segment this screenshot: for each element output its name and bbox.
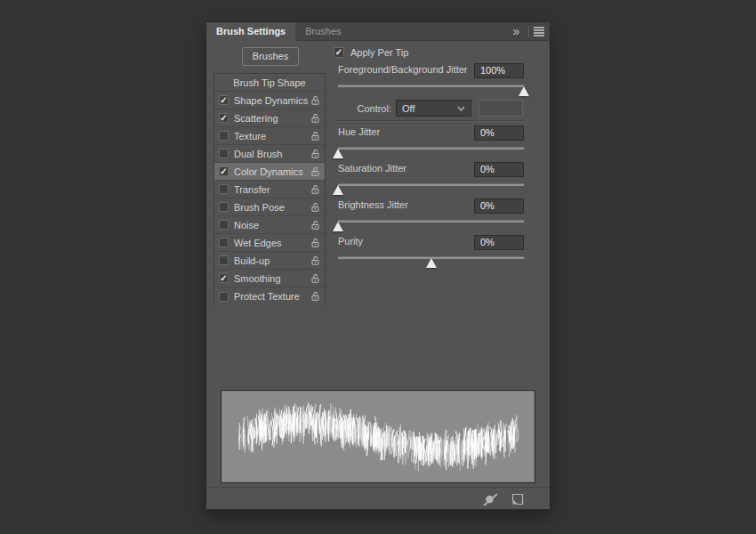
- check-icon: ✓: [220, 114, 227, 123]
- list-item-brush-tip-shape[interactable]: Brush Tip Shape: [214, 74, 325, 92]
- saturation-jitter-value[interactable]: 0%: [474, 162, 524, 177]
- saturation-jitter-slider[interactable]: [338, 182, 524, 197]
- list-item-label: Texture: [234, 131, 266, 142]
- slider-track: [338, 147, 524, 150]
- hue-jitter-value[interactable]: 0%: [474, 125, 524, 141]
- color-dynamics-checkbox[interactable]: ✓: [219, 166, 229, 176]
- collapse-panel-icon[interactable]: »: [507, 23, 525, 40]
- unlock-icon[interactable]: [310, 149, 320, 159]
- section-divider: [335, 120, 525, 122]
- slider-track: [338, 183, 524, 186]
- hue-jitter-label: Hue Jitter: [338, 126, 380, 137]
- brush-stroke-preview-box: [221, 390, 535, 483]
- list-item-brush-pose[interactable]: ✓ Brush Pose: [214, 198, 325, 216]
- wet-edges-checkbox[interactable]: ✓: [219, 238, 229, 247]
- unlock-icon[interactable]: [310, 184, 320, 195]
- shape-dynamics-checkbox[interactable]: ✓: [219, 95, 229, 105]
- tab-brushes[interactable]: Brushes: [295, 22, 350, 41]
- brush-pose-checkbox[interactable]: ✓: [219, 202, 229, 212]
- check-icon: ✓: [335, 48, 342, 57]
- panel-footer: [206, 487, 550, 509]
- slider-track: [338, 85, 524, 87]
- slider-track: [338, 220, 524, 222]
- list-item-smoothing[interactable]: ✓ Smoothing: [214, 270, 325, 287]
- panel-tab-bar: Brush Settings Brushes »: [206, 22, 550, 41]
- slider-handle[interactable]: [333, 149, 343, 158]
- slider-handle[interactable]: [426, 258, 437, 268]
- check-icon: ✓: [220, 167, 227, 176]
- list-item-texture[interactable]: ✓ Texture: [214, 127, 325, 145]
- list-item-label: Noise: [234, 220, 259, 231]
- tab-brush-settings[interactable]: Brush Settings: [206, 22, 295, 41]
- slider-handle[interactable]: [333, 185, 343, 195]
- list-item-noise[interactable]: ✓ Noise: [214, 216, 325, 234]
- list-item-label: Brush Tip Shape: [214, 77, 325, 88]
- unlock-icon[interactable]: [310, 238, 320, 248]
- brightness-jitter-value[interactable]: 0%: [474, 198, 524, 214]
- noise-checkbox[interactable]: ✓: [219, 220, 229, 230]
- control-amount-field-disabled: [479, 100, 523, 117]
- panel-menu-icon[interactable]: [533, 26, 545, 37]
- unlock-icon[interactable]: [310, 131, 320, 142]
- brush-options-list: Brush Tip Shape ✓ Shape Dynamics ✓ Scatt…: [213, 73, 326, 305]
- list-item-build-up[interactable]: ✓ Build-up: [214, 252, 325, 270]
- list-item-label: Dual Brush: [234, 149, 282, 159]
- unlock-icon[interactable]: [310, 273, 320, 284]
- brushes-button[interactable]: Brushes: [242, 47, 299, 66]
- brightness-jitter-label: Brightness Jitter: [338, 199, 408, 210]
- brush-settings-panel: Brush Settings Brushes » Brushes Brush T…: [206, 22, 550, 509]
- list-item-label: Brush Pose: [234, 202, 285, 213]
- list-item-label: Smoothing: [234, 273, 281, 284]
- unlock-icon[interactable]: [310, 95, 320, 106]
- list-item-label: Shape Dynamics: [234, 95, 308, 106]
- saturation-jitter-label: Saturation Jitter: [338, 163, 406, 174]
- smoothing-checkbox[interactable]: ✓: [219, 273, 229, 283]
- purity-value[interactable]: 0%: [474, 235, 524, 250]
- fg-bg-jitter-value[interactable]: 100%: [474, 63, 524, 78]
- tabbar-divider: [528, 26, 529, 37]
- unlock-icon[interactable]: [310, 113, 320, 124]
- apply-per-tip-label: Apply Per Tip: [350, 47, 408, 58]
- control-dropdown[interactable]: Off: [396, 100, 471, 117]
- slider-handle[interactable]: [519, 86, 529, 96]
- hue-jitter-slider[interactable]: [338, 146, 524, 160]
- apply-per-tip-row: ✓ Apply Per Tip: [334, 47, 408, 58]
- brightness-jitter-slider[interactable]: [338, 219, 524, 233]
- list-item-label: Protect Texture: [234, 291, 300, 302]
- control-dropdown-value: Off: [402, 103, 414, 114]
- unlock-icon[interactable]: [310, 166, 320, 177]
- list-item-label: Build-up: [234, 255, 269, 266]
- protect-texture-checkbox[interactable]: ✓: [219, 292, 229, 302]
- texture-checkbox[interactable]: ✓: [219, 131, 229, 141]
- unlock-icon[interactable]: [310, 202, 320, 213]
- list-item-label: Color Dynamics: [234, 166, 303, 177]
- list-item-color-dynamics[interactable]: ✓ Color Dynamics: [214, 163, 325, 181]
- control-label: Control:: [336, 103, 391, 114]
- chevron-down-icon: [457, 106, 465, 111]
- unlock-icon[interactable]: [310, 220, 320, 231]
- purity-slider[interactable]: [338, 255, 524, 270]
- list-item-scattering[interactable]: ✓ Scattering: [214, 109, 325, 127]
- new-brush-icon[interactable]: [511, 492, 525, 506]
- fg-bg-jitter-label: Foreground/Background Jitter: [338, 64, 468, 75]
- brush-stroke-preview: [221, 391, 535, 482]
- check-icon: ✓: [220, 274, 227, 283]
- purity-label: Purity: [338, 236, 363, 247]
- fg-bg-jitter-slider[interactable]: [338, 84, 524, 98]
- list-item-dual-brush[interactable]: ✓ Dual Brush: [214, 145, 325, 163]
- slider-handle[interactable]: [333, 222, 343, 231]
- build-up-checkbox[interactable]: ✓: [219, 255, 229, 265]
- unlock-icon[interactable]: [310, 255, 320, 266]
- unlock-icon[interactable]: [310, 291, 320, 302]
- list-item-label: Wet Edges: [234, 238, 282, 248]
- list-item-label: Scattering: [234, 113, 278, 124]
- scattering-checkbox[interactable]: ✓: [219, 113, 229, 123]
- list-item-wet-edges[interactable]: ✓ Wet Edges: [214, 234, 325, 252]
- transfer-checkbox[interactable]: ✓: [219, 184, 229, 194]
- live-tip-preview-icon[interactable]: [482, 493, 502, 506]
- list-item-transfer[interactable]: ✓ Transfer: [214, 181, 325, 198]
- list-item-protect-texture[interactable]: ✓ Protect Texture: [214, 287, 325, 305]
- dual-brush-checkbox[interactable]: ✓: [219, 149, 229, 158]
- list-item-shape-dynamics[interactable]: ✓ Shape Dynamics: [214, 92, 325, 109]
- apply-per-tip-checkbox[interactable]: ✓: [334, 47, 344, 58]
